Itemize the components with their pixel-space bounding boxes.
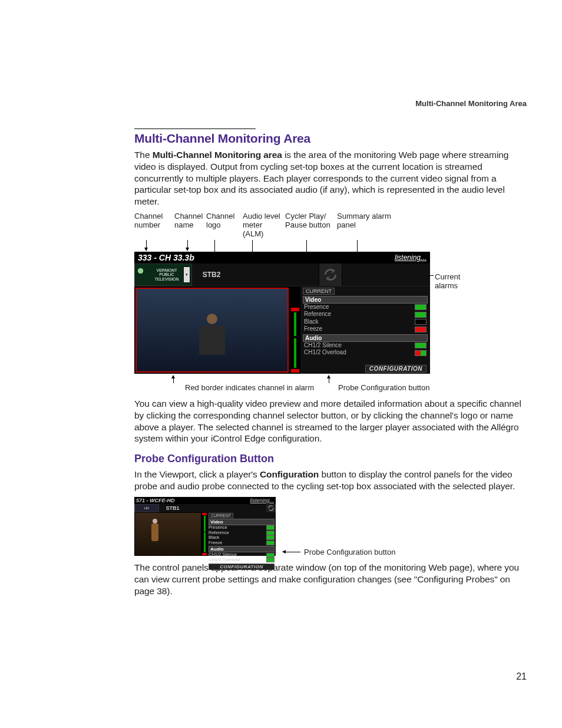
- p2-overload: CH1/4 Overload: [209, 558, 240, 563]
- player2-alm: [201, 512, 207, 556]
- alarm-presence: Presence: [304, 304, 329, 311]
- callout-red-border: Red border indicates channel in alarm: [185, 383, 315, 392]
- player2-listening: listening...: [250, 498, 274, 503]
- callout-channel-logo: Channel logo: [206, 212, 243, 239]
- arrow-left-icon: [283, 552, 300, 552]
- callout-probe-config-2: Probe Configuration button: [283, 548, 395, 556]
- para1-bold: Multi-Channel Monitoring area: [153, 150, 282, 160]
- listening-indicator: listening...: [395, 253, 427, 262]
- refresh-icon: [323, 267, 338, 282]
- player2-channel-title[interactable]: 571 - WCFE-HD: [136, 498, 175, 503]
- cycler-play-pause-button[interactable]: [319, 263, 342, 286]
- alarm-presence-indicator: [415, 304, 427, 310]
- paragraph-preview: You can view a high-quality video previe…: [134, 398, 527, 444]
- callout-alm: Audio level meter (ALM): [243, 212, 285, 239]
- summary-video-group: Video: [303, 296, 428, 304]
- player-channel-title[interactable]: 333 - CH 33.3b: [138, 253, 194, 262]
- channel-logo[interactable]: VERMONT PUBLIC TELEVISION ▾: [134, 263, 192, 286]
- configuration-button-small[interactable]: CONFIGURATION: [209, 564, 275, 570]
- refresh-icon: [267, 505, 275, 512]
- para1-pre: The: [134, 150, 153, 160]
- channel-logo-text: VERMONT PUBLIC TELEVISION: [154, 268, 178, 281]
- callout-channel-number: Channel number: [134, 212, 174, 239]
- figure-2: 571 - WCFE-HD listening... HD STB1: [134, 497, 527, 556]
- paragraph-probe-intro: In the Viewport, click a player's Config…: [134, 469, 527, 492]
- video-content: [199, 314, 225, 355]
- player-large: 333 - CH 33.3b listening... VERMONT PUBL…: [134, 252, 430, 374]
- figure-1: Channel number Channel name Channel logo…: [134, 212, 527, 392]
- alarm-overload-indicator: [415, 350, 427, 356]
- para-probe-bold: Configuration: [260, 469, 319, 479]
- callout-current-alarms: Current alarms: [435, 273, 460, 291]
- player-small: 571 - WCFE-HD listening... HD STB1: [134, 497, 276, 556]
- para-probe-pre: In the Viewport, click a player's: [134, 469, 260, 479]
- alarm-black-indicator: [415, 319, 427, 325]
- p2-current: CURRENT: [209, 513, 233, 518]
- alarm-reference-indicator: [415, 312, 427, 318]
- intro-paragraph: The Multi-Channel Monitoring area is the…: [134, 149, 527, 207]
- paragraph-control-panels: The control panels appear in a separate …: [134, 562, 527, 597]
- alarm-black: Black: [304, 318, 318, 326]
- summary-alarm-panel: CURRENT Video Presence Reference Black F…: [300, 286, 430, 374]
- player-titlebar: 333 - CH 33.3b listening...: [134, 252, 430, 263]
- alarm-freeze-indicator: [415, 327, 427, 332]
- alarm-freeze: Freeze: [304, 325, 322, 333]
- logo-dropdown-icon[interactable]: ▾: [183, 266, 190, 283]
- player2-stb-label: STB1: [159, 504, 186, 512]
- callout-probe-config-1: Probe Configuration button: [338, 383, 429, 392]
- callout-channel-name: Channel name: [174, 212, 206, 239]
- callout-cycler: Cycler Play/ Pause button: [285, 212, 337, 239]
- callout-summary-panel: Summary alarm panel: [337, 212, 408, 239]
- callout-probe-config-2-text: Probe Configuration button: [304, 548, 395, 556]
- player2-cycler-button[interactable]: [266, 504, 276, 512]
- summary-audio-group: Audio: [303, 334, 428, 342]
- section-heading-2: Probe Configuration Button: [134, 453, 527, 465]
- page-number: 21: [516, 671, 527, 682]
- configuration-button-large[interactable]: CONFIGURATION: [365, 365, 427, 373]
- section-rule: [134, 129, 256, 129]
- p2-freeze: Freeze: [209, 541, 222, 546]
- player2-logo[interactable]: HD: [134, 504, 159, 512]
- summary-current-label: CURRENT: [303, 288, 335, 295]
- stb-label: STB2: [192, 263, 231, 286]
- figure-1-bottom-callouts: Red border indicates channel in alarm Pr…: [134, 383, 527, 392]
- alarm-overload: CH1/2 Overload: [304, 349, 346, 357]
- section-heading-1: Multi-Channel Monitoring Area: [134, 131, 527, 146]
- figure-1-arrows: [134, 240, 527, 252]
- alarm-silence: CH1/2 Silence: [304, 342, 342, 350]
- running-header: Multi-Channel Monitoring Area: [415, 99, 527, 108]
- alarm-reference: Reference: [304, 311, 331, 318]
- figure-1-top-callouts: Channel number Channel name Channel logo…: [134, 212, 527, 239]
- audio-level-meter: [290, 286, 300, 374]
- player2-summary: CURRENT Video Presence Reference Black F…: [207, 512, 276, 556]
- alarm-silence-indicator: [415, 342, 427, 348]
- player2-video[interactable]: [135, 513, 201, 555]
- video-preview[interactable]: [135, 288, 289, 373]
